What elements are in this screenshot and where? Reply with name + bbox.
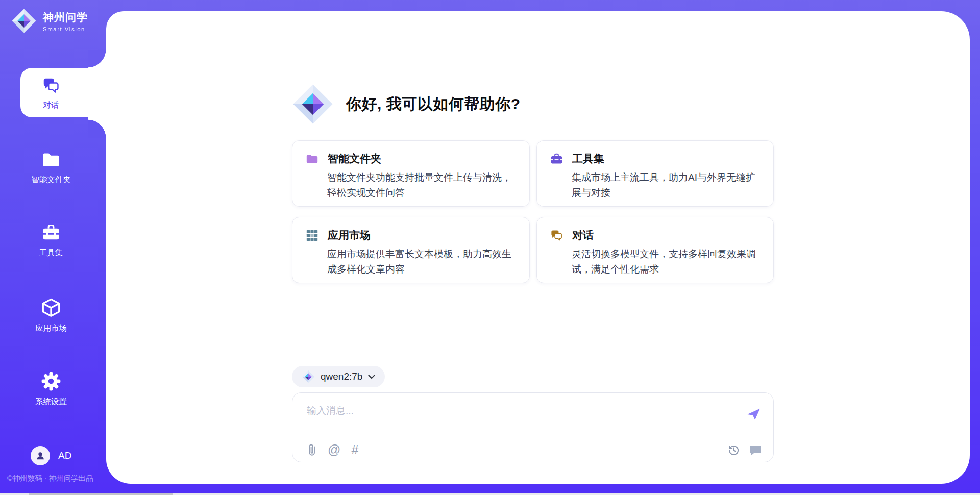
- sidebar-item-chat[interactable]: 对话: [0, 76, 102, 111]
- chevron-down-icon: [368, 375, 375, 379]
- at-sign-icon: @: [328, 443, 340, 456]
- grid-icon: [305, 229, 319, 242]
- sidebar-item-label: 智能文件夹: [31, 175, 71, 185]
- sidebar-item-label: 工具集: [39, 247, 63, 258]
- card-description: 应用市场提供丰富长文本模板，助力高效生成多样化文章内容: [327, 246, 516, 277]
- message-input[interactable]: [292, 393, 731, 425]
- sidebar-item-app-market[interactable]: 应用市场: [0, 297, 102, 334]
- brand-logo: 神州问学 Smart Vision: [11, 8, 88, 34]
- sidebar-footer-text: ©神州数码 · 神州问学出品: [7, 474, 93, 483]
- tab-curve-bottom: [88, 117, 106, 138]
- brand-subtitle: Smart Vision: [43, 26, 88, 32]
- sidebar-item-label: 系统设置: [35, 397, 67, 407]
- chat-bubbles-icon: [550, 229, 564, 242]
- toolbox-icon: [550, 152, 564, 166]
- hash-icon: #: [351, 443, 358, 456]
- prism-diamond-icon: [302, 370, 315, 383]
- card-title: 对话: [572, 228, 594, 242]
- card-description: 灵活切换多模型文件，支持多样回复效果调试，满足个性化需求: [572, 246, 760, 277]
- attach-file-button[interactable]: [307, 443, 317, 457]
- card-title: 智能文件夹: [328, 152, 381, 166]
- composer-toolbar: @ #: [307, 437, 762, 462]
- feature-cards: 智能文件夹 智能文件夹功能支持批量文件上传与清洗，轻松实现文件问答 工具集: [292, 140, 774, 283]
- cube-icon: [40, 297, 62, 318]
- folder-icon: [305, 152, 319, 166]
- gear-icon: [40, 370, 62, 392]
- card-chat[interactable]: 对话 灵活切换多模型文件，支持多样回复效果调试，满足个性化需求: [536, 217, 774, 283]
- toolbox-icon: [41, 222, 61, 243]
- send-button[interactable]: [746, 406, 761, 422]
- sidebar-item-settings[interactable]: 系统设置: [0, 370, 102, 407]
- horizontal-scrollbar-thumb[interactable]: [29, 493, 173, 495]
- main-content: 你好, 我可以如何帮助你? 智能文件夹 智能文件夹功能支持批量文件上传与清洗，轻…: [292, 0, 774, 495]
- card-title: 工具集: [572, 152, 604, 166]
- greeting-row: 你好, 我可以如何帮助你?: [292, 83, 521, 125]
- paperclip-icon: [307, 443, 317, 457]
- user-profile[interactable]: AD: [31, 446, 71, 465]
- card-smart-folder[interactable]: 智能文件夹 智能文件夹功能支持批量文件上传与清洗，轻松实现文件问答: [292, 140, 530, 207]
- horizontal-scrollbar-track: [0, 493, 980, 495]
- prism-diamond-icon: [11, 8, 37, 34]
- message-composer: @ #: [292, 392, 774, 462]
- card-description: 智能文件夹功能支持批量文件上传与清洗，轻松实现文件问答: [327, 170, 516, 201]
- card-title: 应用市场: [328, 228, 371, 242]
- chat-bubbles-icon: [41, 76, 61, 95]
- person-avatar-icon: [35, 450, 46, 461]
- mention-button[interactable]: @: [328, 443, 340, 456]
- chat-bubble-filled-icon: [749, 444, 762, 456]
- brand-title: 神州问学: [43, 10, 88, 24]
- card-toolset[interactable]: 工具集 集成市场上主流工具，助力AI与外界无缝扩展与对接: [536, 140, 774, 207]
- feedback-button[interactable]: [749, 444, 762, 456]
- prism-diamond-icon: [292, 83, 334, 125]
- avatar: [31, 446, 50, 465]
- history-icon: [727, 443, 740, 456]
- sidebar-item-toolset[interactable]: 工具集: [0, 222, 102, 258]
- tab-curve-top: [88, 50, 106, 68]
- greeting-text: 你好, 我可以如何帮助你?: [346, 94, 521, 115]
- sidebar-item-smart-folder[interactable]: 智能文件夹: [0, 150, 102, 185]
- send-plane-icon: [746, 406, 761, 422]
- sidebar-item-label: 应用市场: [35, 323, 67, 334]
- history-button[interactable]: [727, 443, 740, 456]
- sidebar-item-label: 对话: [43, 100, 59, 111]
- hashtag-button[interactable]: #: [351, 443, 358, 456]
- folder-icon: [41, 150, 61, 170]
- card-description: 集成市场上主流工具，助力AI与外界无缝扩展与对接: [572, 170, 760, 201]
- user-name: AD: [58, 450, 71, 461]
- card-app-market[interactable]: 应用市场 应用市场提供丰富长文本模板，助力高效生成多样化文章内容: [292, 217, 530, 283]
- model-selector[interactable]: qwen2:7b: [292, 366, 385, 387]
- model-label: qwen2:7b: [321, 371, 362, 382]
